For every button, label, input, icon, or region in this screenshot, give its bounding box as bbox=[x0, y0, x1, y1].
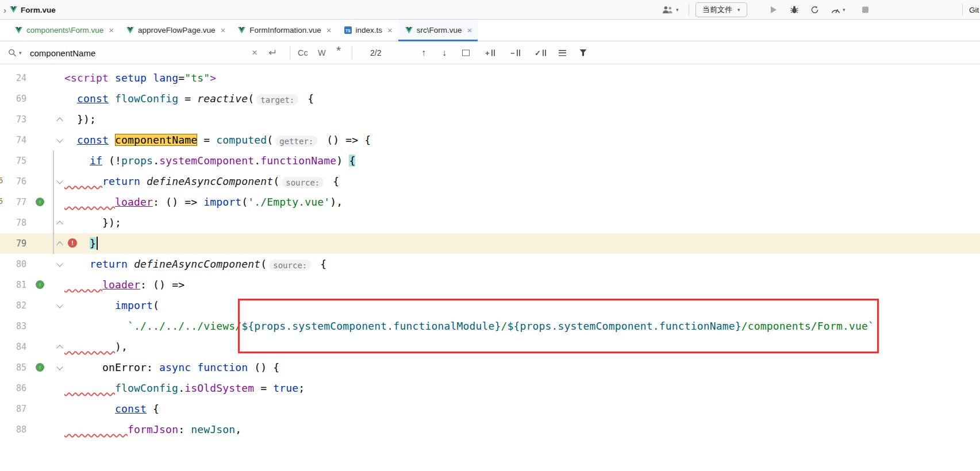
line-number[interactable]: 82 bbox=[0, 295, 26, 316]
line-number[interactable]: 73 bbox=[0, 109, 26, 130]
newline-icon[interactable] bbox=[268, 49, 276, 56]
menu-icon[interactable] bbox=[559, 49, 566, 56]
chevron-right-icon[interactable]: › bbox=[3, 5, 6, 15]
fold-icon[interactable] bbox=[56, 364, 63, 370]
users-dropdown-icon[interactable]: ▾ bbox=[676, 7, 679, 13]
code-text[interactable]: }); bbox=[64, 109, 96, 130]
editor-tab[interactable]: TSindex.ts× bbox=[337, 20, 398, 41]
editor-tab[interactable]: FormInformation.vue× bbox=[231, 20, 337, 41]
debug-icon[interactable] bbox=[790, 5, 799, 14]
code-text[interactable]: loader: () => bbox=[64, 275, 185, 295]
fold-icon[interactable] bbox=[56, 260, 63, 267]
fold-icon[interactable] bbox=[56, 302, 63, 308]
close-icon[interactable]: × bbox=[467, 25, 472, 35]
recursive-call-icon[interactable]: ↑ bbox=[36, 363, 44, 372]
coverage-icon[interactable] bbox=[810, 5, 819, 14]
line-number[interactable]: 80 bbox=[0, 254, 26, 275]
line-number[interactable]: 86 bbox=[0, 378, 26, 399]
filter-icon[interactable] bbox=[579, 49, 587, 56]
window-title: Form.vue bbox=[21, 6, 56, 14]
close-icon[interactable]: × bbox=[109, 25, 114, 35]
users-icon[interactable] bbox=[662, 5, 673, 14]
close-icon[interactable]: × bbox=[220, 25, 225, 35]
code-text[interactable]: loader: () => import('./Empty.vue'), bbox=[64, 192, 343, 213]
line-number[interactable]: 77 bbox=[0, 192, 26, 213]
line-number[interactable]: 85 bbox=[0, 357, 26, 378]
stop-icon[interactable] bbox=[862, 6, 868, 13]
fold-icon[interactable] bbox=[56, 241, 63, 248]
vue-icon bbox=[126, 27, 134, 34]
previous-match-icon[interactable]: ↑ bbox=[421, 48, 426, 58]
code-line: 73 }); bbox=[0, 109, 980, 130]
code-text[interactable]: <script setup lang="ts"> bbox=[64, 68, 216, 88]
code-text[interactable]: const flowConfig = reactive(target: { bbox=[64, 88, 314, 109]
remove-occurrence-icon[interactable]: − bbox=[510, 48, 520, 57]
next-match-icon[interactable]: ↓ bbox=[442, 48, 447, 58]
code-text[interactable]: import( bbox=[64, 295, 159, 316]
whole-words-toggle[interactable]: W bbox=[318, 48, 326, 57]
editor-tab[interactable]: approveFlowPage.vue× bbox=[120, 20, 231, 41]
code-text[interactable]: }); bbox=[64, 213, 121, 233]
line-number[interactable]: 78 bbox=[0, 213, 26, 233]
search-options-chevron-icon[interactable]: ▾ bbox=[19, 50, 22, 56]
line-number[interactable]: 88 bbox=[0, 419, 26, 440]
code-text[interactable]: flowConfig.isOldSystem = true; bbox=[64, 378, 305, 399]
line-number[interactable]: 83 bbox=[0, 316, 26, 337]
code-text[interactable]: const componentName = computed(getter: (… bbox=[64, 130, 371, 150]
code-token: const bbox=[115, 403, 147, 415]
code-token: return bbox=[90, 258, 128, 270]
code-token: ), bbox=[115, 341, 128, 353]
fold-icon[interactable] bbox=[56, 117, 63, 123]
close-icon[interactable]: × bbox=[326, 25, 332, 35]
code-token: ${props.systemComponent.functionName} bbox=[508, 320, 741, 332]
line-number[interactable]: 81 bbox=[0, 275, 26, 295]
run-icon[interactable] bbox=[770, 6, 777, 14]
code-text[interactable]: const { bbox=[64, 399, 159, 419]
code-token: ( bbox=[153, 299, 159, 311]
fold-icon[interactable] bbox=[56, 136, 63, 142]
code-text[interactable]: if (!props.systemComponent.functionName)… bbox=[64, 150, 355, 171]
select-all-occurrences-icon[interactable]: ✓ bbox=[535, 48, 546, 57]
line-number[interactable]: 74 bbox=[0, 130, 26, 150]
find-in-selection-icon[interactable] bbox=[462, 49, 470, 56]
code-token: if bbox=[90, 155, 102, 167]
run-config-button[interactable]: 当前文件 ▾ bbox=[695, 2, 747, 17]
git-menu-button[interactable]: Git bbox=[969, 5, 979, 14]
regex-toggle[interactable]: * bbox=[336, 44, 341, 57]
editor-tab[interactable]: components\Form.vue× bbox=[8, 20, 120, 41]
code-text[interactable]: formJson: newJson, bbox=[64, 419, 241, 440]
code-text[interactable]: `./../../../views/${props.systemComponen… bbox=[64, 316, 874, 337]
editor-tab[interactable]: src\Form.vue× bbox=[398, 20, 478, 41]
line-number[interactable]: 24 bbox=[0, 68, 26, 88]
fold-icon[interactable] bbox=[56, 221, 63, 227]
line-number[interactable]: 87 bbox=[0, 399, 26, 419]
clear-icon[interactable]: × bbox=[252, 47, 258, 59]
profiler-dropdown-icon[interactable]: ▾ bbox=[843, 7, 846, 13]
line-number[interactable]: 69 bbox=[0, 88, 26, 109]
code-text[interactable]: onError: async function () { bbox=[64, 357, 279, 378]
code-text[interactable]: ), bbox=[64, 337, 128, 357]
line-number[interactable]: 79 bbox=[0, 233, 26, 254]
line-number[interactable]: 75 bbox=[0, 150, 26, 171]
recursive-call-icon[interactable]: ↑ bbox=[36, 198, 44, 206]
code-line: 24<script setup lang="ts"> bbox=[0, 68, 980, 88]
code-text[interactable]: } bbox=[64, 233, 98, 254]
add-occurrence-icon[interactable]: + bbox=[485, 48, 495, 57]
line-number[interactable]: 84 bbox=[0, 337, 26, 357]
code-text[interactable]: return defineAsyncComponent(source: { bbox=[64, 171, 339, 192]
editor[interactable]: 24<script setup lang="ts">69 const flowC… bbox=[0, 64, 980, 471]
line-number[interactable]: 76 bbox=[0, 171, 26, 192]
profiler-icon[interactable] bbox=[831, 6, 840, 13]
fold-icon[interactable] bbox=[56, 345, 63, 351]
close-icon[interactable]: × bbox=[387, 25, 393, 35]
code-line: 78 }); bbox=[0, 213, 980, 233]
vue-icon bbox=[238, 27, 245, 34]
search-input[interactable]: componentName bbox=[30, 48, 95, 57]
tab-label: FormInformation.vue bbox=[249, 26, 321, 34]
code-text[interactable]: return defineAsyncComponent(source: { bbox=[64, 254, 326, 275]
recursive-call-icon[interactable]: ↑ bbox=[36, 280, 44, 289]
code-token bbox=[64, 279, 102, 291]
search-icon[interactable] bbox=[8, 48, 17, 57]
match-case-toggle[interactable]: Cc bbox=[298, 48, 308, 57]
fold-icon[interactable] bbox=[56, 177, 63, 184]
